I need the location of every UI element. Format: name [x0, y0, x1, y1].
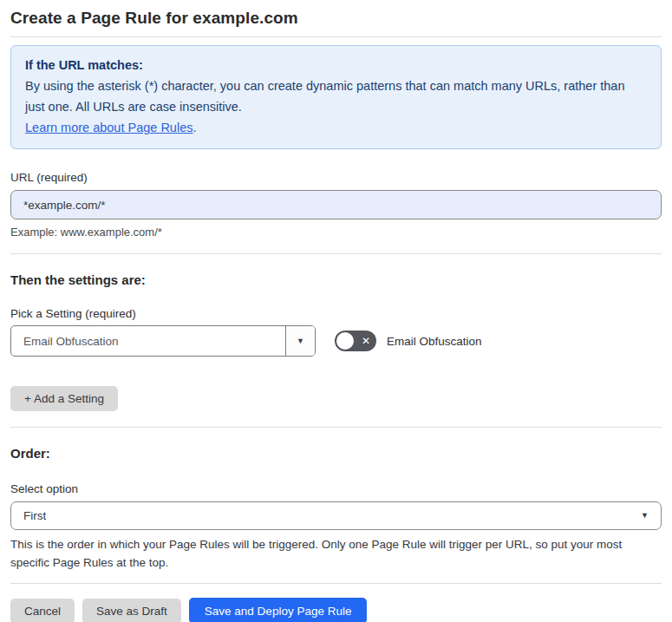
info-box-body: By using the asterisk (*) character, you…: [25, 75, 647, 117]
add-setting-button[interactable]: + Add a Setting: [10, 386, 118, 411]
section-divider: [10, 427, 662, 428]
order-select-value: First: [23, 509, 46, 522]
settings-section-heading: Then the settings are:: [10, 272, 662, 287]
page-title: Create a Page Rule for example.com: [10, 9, 662, 28]
create-page-rule-form: Create a Page Rule for example.com If th…: [0, 9, 672, 622]
cancel-button[interactable]: Cancel: [10, 599, 75, 622]
toggle-label: Email Obfuscation: [387, 335, 482, 348]
email-obfuscation-toggle[interactable]: ✕: [335, 331, 376, 351]
select-option-label: Select option: [10, 482, 662, 495]
url-match-info-box: If the URL matches: By using the asteris…: [10, 45, 662, 149]
save-as-draft-button[interactable]: Save as Draft: [82, 599, 181, 622]
save-and-deploy-button[interactable]: Save and Deploy Page Rule: [189, 598, 368, 622]
footer-actions: Cancel Save as Draft Save and Deploy Pag…: [10, 598, 662, 622]
url-label: URL (required): [10, 171, 662, 184]
email-obfuscation-toggle-group: ✕ Email Obfuscation: [335, 331, 482, 351]
url-input[interactable]: [10, 190, 662, 219]
order-section-heading: Order:: [10, 446, 662, 461]
toggle-off-x-icon: ✕: [362, 336, 370, 346]
setting-select-arrow-button[interactable]: ▼: [285, 326, 315, 356]
url-example-text: Example: www.example.com/*: [10, 226, 662, 239]
chevron-down-icon: ▼: [297, 337, 304, 345]
link-suffix-period: .: [192, 121, 196, 134]
title-divider: [10, 36, 662, 37]
toggle-knob: [336, 332, 354, 350]
info-box-link-line: Learn more about Page Rules.: [25, 117, 647, 138]
chevron-down-icon: ▼: [641, 512, 649, 520]
info-box-heading: If the URL matches:: [25, 55, 647, 75]
section-divider: [10, 253, 662, 254]
setting-row: Email Obfuscation ▼ ✕ Email Obfuscation: [10, 325, 662, 357]
order-select[interactable]: First ▼: [10, 501, 662, 530]
setting-select-value: Email Obfuscation: [11, 335, 285, 348]
pick-setting-label: Pick a Setting (required): [10, 307, 662, 320]
footer-divider: [10, 583, 662, 584]
setting-select[interactable]: Email Obfuscation ▼: [10, 325, 316, 357]
order-help-text: This is the order in which your Page Rul…: [10, 535, 662, 572]
learn-more-page-rules-link[interactable]: Learn more about Page Rules: [25, 121, 192, 134]
